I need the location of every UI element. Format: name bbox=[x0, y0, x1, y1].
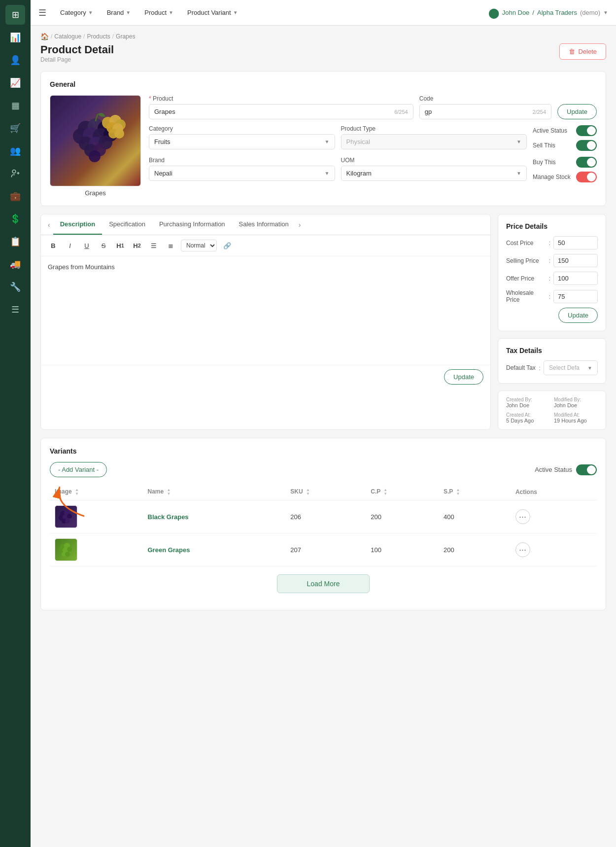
brand-menu[interactable]: Brand ▼ bbox=[101, 6, 137, 19]
wholesale-price-row: Wholesale Price : bbox=[506, 289, 598, 303]
sidebar-icon-cart[interactable]: 🛒 bbox=[5, 118, 25, 138]
manage-stock-toggle[interactable] bbox=[576, 172, 597, 182]
offer-price-row: Offer Price : bbox=[506, 272, 598, 285]
delete-button[interactable]: 🗑 Delete bbox=[559, 43, 606, 60]
tab-description[interactable]: Description bbox=[53, 214, 103, 235]
product-type-select[interactable]: Physical ▼ bbox=[341, 134, 527, 149]
default-tax-row: Default Tax : Select Defa ▼ bbox=[506, 360, 598, 375]
sidebar-icon-briefcase[interactable]: 💼 bbox=[5, 186, 25, 206]
tab-purchasing-information[interactable]: Purchasing Information bbox=[152, 214, 232, 235]
underline-button[interactable]: U bbox=[80, 239, 93, 252]
sidebar-icon-tools[interactable]: 🔧 bbox=[5, 277, 25, 297]
product-type-label: Product Type bbox=[341, 125, 527, 132]
general-update-container: Update bbox=[557, 104, 597, 119]
trash-icon: 🗑 bbox=[569, 48, 575, 55]
col-image: Image ▲▼ bbox=[50, 484, 143, 500]
product-type-value: Physical bbox=[346, 138, 370, 145]
active-status-toggle[interactable] bbox=[576, 125, 597, 136]
wholesale-price-input[interactable] bbox=[553, 290, 598, 303]
variants-active-toggle[interactable] bbox=[576, 464, 597, 475]
code-input[interactable]: gp 2/254 bbox=[419, 104, 551, 119]
selling-price-input[interactable] bbox=[553, 254, 598, 267]
product-type-field-group: Product Type Physical ▼ bbox=[341, 125, 527, 151]
buy-this-toggle[interactable] bbox=[576, 157, 597, 168]
svg-point-22 bbox=[114, 129, 124, 139]
editor-toolbar: B I U S H1 H2 ☰ ≣ Normal 🔗 bbox=[41, 235, 490, 256]
description-update-button[interactable]: Update bbox=[444, 369, 483, 385]
black-grapes-name[interactable]: Black Grapes bbox=[148, 513, 189, 521]
load-more-button[interactable]: Load More bbox=[277, 574, 370, 593]
price-update-button[interactable]: Update bbox=[558, 308, 598, 323]
sidebar-icon-person-add[interactable] bbox=[5, 164, 25, 183]
topnav-menu: Category ▼ Brand ▼ Product ▼ Product Var… bbox=[54, 6, 484, 19]
sidebar-icon-money[interactable]: 💲 bbox=[5, 209, 25, 229]
sidebar-icon-grid[interactable]: ▦ bbox=[5, 96, 25, 115]
tab-next-arrow[interactable]: › bbox=[296, 217, 304, 233]
tab-prev-arrow[interactable]: ‹ bbox=[45, 217, 53, 233]
sidebar-icon-user[interactable]: 👤 bbox=[5, 50, 25, 70]
hamburger-icon[interactable]: ☰ bbox=[38, 7, 46, 18]
offer-price-label: Offer Price bbox=[506, 275, 546, 282]
unordered-list-button[interactable]: ☰ bbox=[147, 239, 160, 252]
tab-specification[interactable]: Specification bbox=[102, 214, 152, 235]
breadcrumb-home-icon[interactable]: 🏠 bbox=[40, 33, 49, 40]
add-variant-button[interactable]: - Add Variant - bbox=[50, 462, 107, 477]
bold-button[interactable]: B bbox=[47, 239, 60, 252]
category-select[interactable]: Fruits ▼ bbox=[149, 134, 335, 149]
wholesale-price-label: Wholesale Price bbox=[506, 289, 546, 303]
sell-this-toggle[interactable] bbox=[576, 140, 597, 151]
sidebar-icon-dashboard[interactable]: ⊞ bbox=[5, 5, 25, 25]
uom-field-group: UOM Kilogram ▼ bbox=[341, 157, 527, 182]
code-field-group: Code gp 2/254 bbox=[419, 95, 551, 119]
green-grapes-actions-button[interactable]: ⋯ bbox=[515, 542, 530, 557]
black-grapes-name-cell: Black Grapes bbox=[143, 500, 286, 533]
table-row: Green Grapes 207 100 200 bbox=[50, 533, 597, 566]
category-menu[interactable]: Category ▼ bbox=[54, 6, 99, 19]
sidebar-icon-truck[interactable]: 🚚 bbox=[5, 254, 25, 274]
sidebar-icon-list2[interactable]: 📋 bbox=[5, 232, 25, 251]
default-tax-select[interactable]: Select Defa ▼ bbox=[544, 360, 598, 375]
category-chevron-icon: ▼ bbox=[325, 139, 330, 144]
black-grapes-actions-button[interactable]: ⋯ bbox=[515, 509, 530, 524]
cost-price-input[interactable] bbox=[553, 236, 598, 249]
general-panel: General bbox=[40, 71, 606, 206]
sell-this-label: Sell This bbox=[533, 142, 555, 149]
user-menu[interactable]: ⬤ John Doe / Alpha Traders (demo) ▼ bbox=[488, 7, 608, 19]
user-name: John Doe bbox=[502, 9, 530, 16]
product-variant-menu[interactable]: Product Variant ▼ bbox=[181, 6, 244, 19]
desc-update-row: Update bbox=[41, 365, 490, 388]
editor-content[interactable]: Grapes from Mountains bbox=[41, 256, 490, 365]
tab-sales-information[interactable]: Sales Information bbox=[232, 214, 296, 235]
general-update-button[interactable]: Update bbox=[557, 104, 597, 119]
brand-field-label: Brand bbox=[149, 157, 335, 164]
category-field-label: Category bbox=[149, 125, 335, 132]
brand-select[interactable]: Nepali ▼ bbox=[149, 166, 335, 181]
strikethrough-button[interactable]: S bbox=[97, 239, 110, 252]
sidebar: ⊞ 📊 👤 📈 ▦ 🛒 👥 💼 💲 📋 🚚 🔧 ☰ bbox=[0, 0, 31, 847]
sidebar-icon-people[interactable]: 👥 bbox=[5, 141, 25, 161]
created-at-value: 5 Days Ago bbox=[506, 418, 550, 424]
h2-button[interactable]: H2 bbox=[131, 239, 143, 252]
offer-price-input[interactable] bbox=[553, 272, 598, 285]
sidebar-icon-chart[interactable]: 📊 bbox=[5, 28, 25, 47]
format-select[interactable]: Normal bbox=[181, 240, 217, 251]
product-input[interactable]: Grapes 6/254 bbox=[149, 104, 413, 119]
ordered-list-button[interactable]: ≣ bbox=[164, 239, 177, 252]
breadcrumb-current: Grapes bbox=[116, 33, 135, 40]
uom-select[interactable]: Kilogram ▼ bbox=[341, 166, 527, 181]
link-button[interactable]: 🔗 bbox=[221, 239, 234, 252]
general-grid: Grapes * Product Grapes 6/25 bbox=[50, 95, 597, 197]
green-grapes-name[interactable]: Green Grapes bbox=[148, 546, 190, 554]
breadcrumb-products[interactable]: Products bbox=[87, 33, 110, 40]
breadcrumb-catalogue[interactable]: Catalogue bbox=[54, 33, 81, 40]
product-type-chevron-icon: ▼ bbox=[516, 139, 521, 144]
tax-details-panel: Tax Details Default Tax : Select Defa ▼ bbox=[498, 338, 606, 384]
product-menu[interactable]: Product ▼ bbox=[138, 6, 179, 19]
italic-button[interactable]: I bbox=[64, 239, 76, 252]
sidebar-icon-analytics[interactable]: 📈 bbox=[5, 73, 25, 93]
variants-panel: Variants - Add Variant - Ac bbox=[40, 438, 606, 610]
product-char-count: 6/254 bbox=[394, 109, 408, 115]
topnav: ☰ Category ▼ Brand ▼ Product ▼ Product V… bbox=[31, 0, 616, 26]
h1-button[interactable]: H1 bbox=[114, 239, 127, 252]
sidebar-icon-list[interactable]: ☰ bbox=[5, 300, 25, 319]
